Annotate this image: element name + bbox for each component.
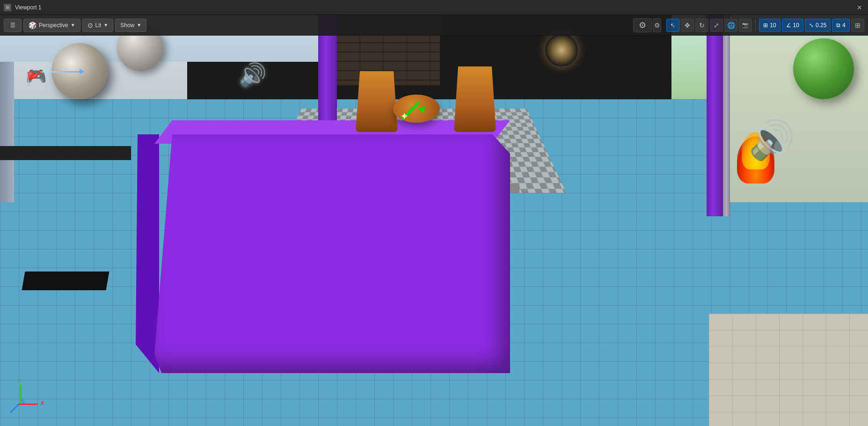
audio-icon: 🔊 [239,62,267,88]
menu-icon: ☰ [9,22,16,29]
bush-sphere-right [793,38,854,99]
camera-button[interactable]: 📷 [739,19,752,32]
lit-icon: ⊙ [88,22,93,29]
chevron-down-icon: ▼ [71,22,75,28]
chair-right [454,66,496,132]
move-tool-button[interactable]: ✥ [681,19,694,32]
perspective-icon: 🎲 [29,22,36,29]
viewport-toolbar: ☰ 🎲 Perspective ▼ ⊙ Lit ▼ Show ▼ [0,15,868,36]
transform-gizmo: ✦ [398,88,435,125]
scale-icon: ⤢ [714,22,719,29]
player-movement-arrow [42,71,84,73]
scale-tool-button[interactable]: ⤢ [710,19,723,32]
grid-snap-button[interactable]: ⊞ 10 [759,19,780,32]
toolbar-right-tools: ⚙ ⚙ ↖ ✥ ↻ ⤢ [633,18,864,32]
world-space-button[interactable]: 🌐 [724,19,737,32]
purple-box-left-face [136,134,159,373]
layer-button[interactable]: ⧉ 4 [832,19,850,32]
purple-box [154,134,510,373]
layer-icon: ⧉ [836,22,840,29]
pillar-base-1 [510,184,519,193]
rotate-icon: ↻ [699,22,705,29]
title-bar: ⊞ Viewport 1 ✕ [0,0,868,15]
expand-icon: ⤡ [809,22,814,29]
coordinate-axes [9,384,42,417]
viewport[interactable]: ✦ 🔊 🔊 🎮 🚩 ☰ [0,15,868,426]
select-icon: ↖ [670,22,676,29]
grid-value: 10 [770,22,776,29]
z-axis [10,404,19,413]
menu-button[interactable]: ☰ [4,19,22,32]
chair-left [356,71,398,132]
select-tool-button[interactable]: ↖ [666,19,679,32]
scale-snap-button[interactable]: ⤡ 0.25 [805,19,831,32]
show-button[interactable]: Show ▼ [115,19,146,32]
rotate-tool-button[interactable]: ↻ [695,19,708,32]
window-title: Viewport 1 [15,4,851,11]
viewport-window: ⊞ Viewport 1 ✕ [0,0,868,426]
move-icon: ✥ [685,22,690,29]
grid-layout-icon: ⊞ [855,22,861,29]
chevron-down-icon-3: ▼ [137,22,141,28]
lit-button[interactable]: ⊙ Lit ▼ [82,19,114,32]
settings-cluster: ⚙ ⚙ [633,18,661,32]
lit-label: Lit [95,22,102,29]
angle-value: 10 [793,22,799,29]
camera-icon: 📷 [742,22,749,28]
light-fixture [545,34,578,66]
snap-value: 0.25 [816,22,826,29]
separator-1 [755,20,756,31]
speaker-icon-large: 🔊 [749,118,795,162]
chevron-down-icon-2: ▼ [103,22,108,28]
layer-value: 4 [842,22,846,29]
stone-floor [709,314,868,426]
pillar-right [707,15,723,216]
angle-icon: ∠ [786,22,791,29]
left-wall [0,62,14,202]
flag-marker: 🚩 [26,71,42,87]
grid-icon: ⊞ [763,22,768,29]
show-label: Show [120,22,134,29]
close-button[interactable]: ✕ [855,3,864,12]
perspective-button[interactable]: 🎲 Perspective ▼ [23,19,80,32]
black-strip-bottom [22,272,109,290]
perspective-label: Perspective [39,22,68,29]
black-strip-left [0,146,131,160]
angle-snap-button[interactable]: ∠ 10 [782,19,803,32]
grid-layout-button[interactable]: ⊞ [851,19,864,32]
globe-icon: 🌐 [727,22,735,29]
x-axis [19,404,37,405]
window-icon: ⊞ [4,4,11,11]
